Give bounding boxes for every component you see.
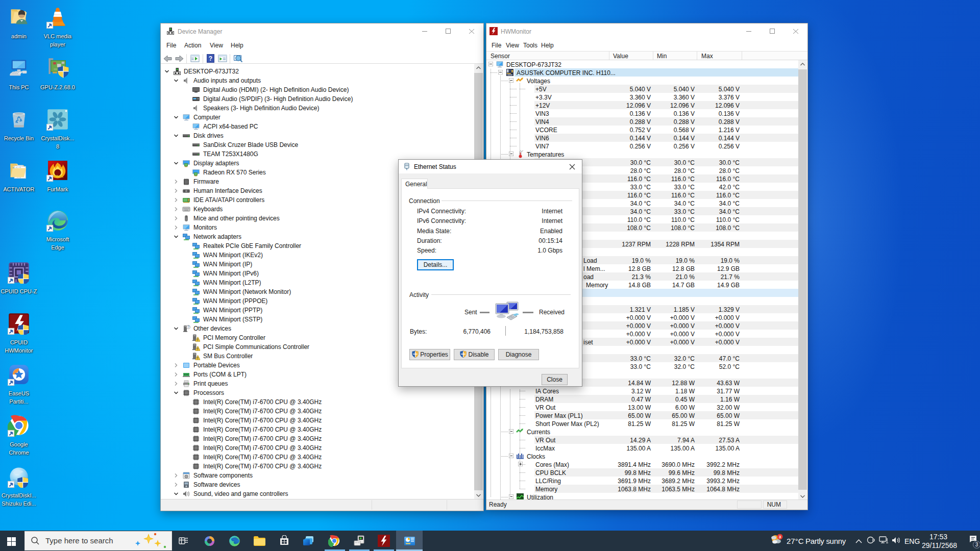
svg-text:?: ? [209, 55, 212, 62]
svg-text:3: 3 [779, 535, 781, 539]
svg-text:?: ? [187, 325, 189, 329]
svg-text:FMark: FMark [52, 174, 64, 179]
